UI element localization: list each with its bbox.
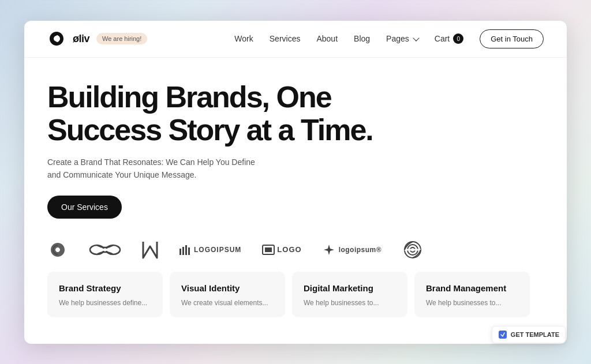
nav-work[interactable]: Work xyxy=(234,34,253,43)
card-desc-brand-strategy: We help businesses define... xyxy=(59,298,151,308)
get-template-badge[interactable]: GET TEMPLATE xyxy=(492,326,566,343)
partner-logo-1 xyxy=(47,239,68,260)
svg-rect-6 xyxy=(188,247,190,255)
our-services-button[interactable]: Our Services xyxy=(47,196,122,219)
hero-title: Building Brands, One Success Story at a … xyxy=(47,81,382,147)
nav-links: Work Services About Blog Pages Cart 0 xyxy=(234,29,544,48)
nav-pages[interactable]: Pages xyxy=(386,34,418,43)
card-desc-brand-management: We help businesses to... xyxy=(426,298,518,308)
cart-count-badge: 0 xyxy=(453,33,463,44)
navbar: øliv We are hiring! Work Services About … xyxy=(24,21,567,58)
nav-cart[interactable]: Cart 0 xyxy=(435,33,463,44)
card-digital-marketing: Digital Marketing We help businesses to.… xyxy=(292,272,407,317)
hiring-badge: We are hiring! xyxy=(96,33,147,44)
svg-rect-3 xyxy=(179,249,181,255)
logos-strip: LOGOIPSUM LOGO logoipsum® xyxy=(24,230,567,269)
svg-rect-13 xyxy=(499,331,507,339)
card-visual-identity: Visual Identity We create visual element… xyxy=(170,272,285,317)
card-title-digital-marketing: Digital Marketing xyxy=(304,283,396,293)
hero-section: Building Brands, One Success Story at a … xyxy=(24,58,567,230)
brand-logo-icon xyxy=(47,29,66,48)
hero-subtitle: Create a Brand That Resonates: We Can He… xyxy=(47,156,255,182)
partner-logo-6: logoipsum® xyxy=(323,243,382,256)
svg-rect-5 xyxy=(185,245,187,255)
svg-rect-4 xyxy=(182,247,184,255)
logo-text: øliv xyxy=(73,33,89,45)
pages-chevron-icon xyxy=(413,35,419,41)
partner-logo-5: LOGO xyxy=(262,245,301,255)
browser-window: øliv We are hiring! Work Services About … xyxy=(24,21,567,344)
card-title-brand-management: Brand Management xyxy=(426,283,518,293)
card-brand-management: Brand Management We help businesses to..… xyxy=(414,272,530,317)
nav-services[interactable]: Services xyxy=(270,34,301,43)
card-brand-strategy: Brand Strategy We help businesses define… xyxy=(47,272,163,317)
logo-area: øliv We are hiring! xyxy=(47,29,147,48)
nav-blog[interactable]: Blog xyxy=(354,34,370,43)
card-title-visual-identity: Visual Identity xyxy=(181,283,274,293)
partner-logo-3 xyxy=(142,241,158,259)
card-desc-digital-marketing: We help businesses to... xyxy=(304,298,396,308)
partner-logo-4: LOGOIPSUM xyxy=(179,244,241,256)
svg-rect-8 xyxy=(265,247,272,252)
get-template-label: GET TEMPLATE xyxy=(511,331,559,338)
get-in-touch-button[interactable]: Get in Touch xyxy=(480,29,544,48)
card-title-brand-strategy: Brand Strategy xyxy=(59,283,151,293)
get-template-icon xyxy=(498,330,507,339)
card-desc-visual-identity: We create visual elements... xyxy=(181,298,274,308)
nav-about[interactable]: About xyxy=(316,34,338,43)
partner-logo-7 xyxy=(402,239,423,260)
cards-strip: Brand Strategy We help businesses define… xyxy=(24,272,567,317)
partner-logo-2 xyxy=(89,243,121,257)
